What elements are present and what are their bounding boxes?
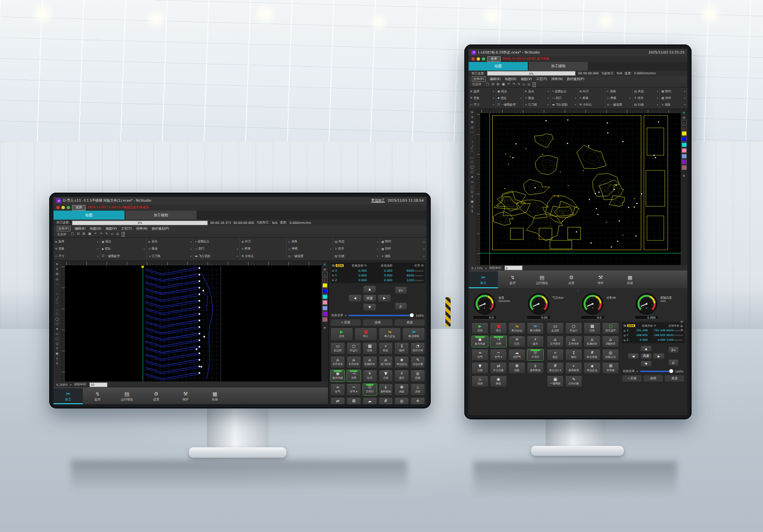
bottom-tab-active[interactable]: ✂加工 — [469, 271, 498, 288]
panel-button[interactable]: ≫断点继续 — [402, 328, 425, 341]
panel-button[interactable]: ≈吹气 — [330, 383, 345, 396]
bottom-tab-item[interactable]: ⚙设置 — [142, 388, 171, 404]
panel-button[interactable]: ▼点射 — [471, 362, 488, 374]
backward-button[interactable]: « 后退 — [330, 319, 361, 326]
x-icon[interactable]: ✗ — [322, 277, 328, 282]
ribbon-button[interactable]: ∟倒角 — [288, 239, 332, 244]
layers2-icon[interactable]: ▤ — [682, 115, 686, 119]
panel-button[interactable]: ~空气 ▾ — [490, 349, 507, 361]
draw-tool-button[interactable]: ➤ — [56, 262, 59, 266]
tab-assist[interactable]: 加工辅助 — [529, 62, 588, 71]
panel-button[interactable]: ⇆断点定位 — [379, 328, 401, 341]
ribbon-button[interactable]: ×清除▾ — [661, 103, 685, 107]
quick-tool-icon[interactable]: ✎ — [518, 82, 521, 87]
ribbon-button[interactable]: ☑一键预处理 — [497, 103, 522, 107]
ribbon-button[interactable]: ▣组合 — [102, 239, 145, 244]
jog-rapid-button[interactable]: 高速 — [640, 353, 652, 359]
panel-button[interactable]: ⌂机械回零 — [363, 356, 377, 368]
layer-color-swatch[interactable] — [322, 283, 328, 288]
yellow-dot-icon[interactable] — [477, 57, 480, 61]
panel-button[interactable]: ⊠安全锁 — [602, 362, 619, 374]
jog-rapid-button[interactable]: 高速 — [363, 294, 376, 302]
ribbon-button[interactable]: ○停顿▾ — [607, 96, 631, 100]
ribbon-button[interactable]: ◆优化▾ — [102, 247, 145, 251]
quick-tool-icon[interactable]: ▣ — [88, 232, 91, 237]
bottom-tab-item[interactable]: ⚒维护 — [586, 271, 615, 288]
bottom-tab-item[interactable]: ▤运行报告 — [527, 271, 557, 288]
layer-color-swatch[interactable] — [322, 294, 328, 299]
menu-item[interactable]: 视图(V) — [106, 226, 117, 231]
layer-color-swatch[interactable] — [682, 137, 687, 142]
menu-item[interactable]: 绘图(D) — [90, 226, 101, 231]
draw-tool-button[interactable]: ▭ — [470, 179, 473, 184]
layer-color-swatch[interactable] — [682, 165, 687, 170]
ribbon-button[interactable]: ✛变换▾ — [55, 247, 98, 251]
draw-tool-button[interactable]: ▣ — [470, 199, 473, 204]
green-dot-icon[interactable] — [67, 206, 70, 209]
ribbon-button[interactable]: ▨扫描▾ — [335, 254, 378, 258]
panel-button[interactable]: ☸风机 — [508, 362, 525, 374]
z-plus-button[interactable]: Z+ — [668, 346, 679, 353]
ribbon-button[interactable]: ▨扫描▾ — [634, 103, 658, 107]
z-minus-button[interactable]: Z- — [395, 302, 407, 310]
bottom-tab-item[interactable]: ↯监控 — [498, 271, 527, 288]
quick-tool-icon[interactable]: □ — [71, 232, 74, 237]
ribbon-button[interactable]: ◎一键设置 — [288, 254, 332, 258]
panel-button[interactable]: ☁最净气 — [363, 397, 377, 404]
ribbon-button[interactable]: ∟倒角 — [607, 89, 631, 94]
draw-tool-button[interactable]: ╱ — [471, 145, 473, 150]
ribbon-button[interactable]: ⊂微连▾ — [525, 96, 549, 100]
quick-tool-icon[interactable]: ◎ — [527, 82, 530, 87]
draw-tool-button[interactable]: ⬡ — [471, 169, 474, 174]
fullscreen-button[interactable]: 全屏 — [72, 205, 86, 211]
draw-tool-button[interactable]: ◠ — [471, 150, 474, 154]
draw-tool-button[interactable]: ➤ — [471, 110, 474, 115]
ribbon-button[interactable]: ➤选择▾ — [55, 239, 98, 244]
panel-button[interactable]: ▣一键截图 — [547, 375, 564, 387]
panel-expander-icon[interactable]: » — [324, 326, 326, 330]
ribbon-button[interactable]: ▭割口▾ — [552, 96, 576, 100]
ribbon-button[interactable]: ○停顿▾ — [288, 247, 332, 251]
panel-button[interactable]: ↧随动 — [565, 349, 582, 361]
ribbon-button[interactable]: ▭割口▾ — [195, 247, 239, 251]
panel-button[interactable]: ♨润滑 — [471, 375, 488, 387]
draw-tool-button[interactable]: ◻ — [56, 341, 59, 346]
menu-item[interactable]: 排样(N) — [551, 77, 563, 81]
panel-button[interactable]: ⇓废料吸附 — [527, 362, 544, 374]
ribbon-button[interactable]: ⊳反向▾ — [525, 89, 549, 94]
quick-tool-icon[interactable]: ⊟ — [77, 232, 80, 237]
draw-tool-button[interactable]: ↕ — [56, 361, 59, 366]
bottom-tab-active[interactable]: ✂加工 — [53, 388, 83, 404]
layer-color-swatch[interactable] — [682, 131, 687, 136]
menu-item[interactable]: 文件(F) — [472, 76, 486, 82]
z-minus-button[interactable]: Z- — [668, 359, 679, 366]
panel-button[interactable]: ⌂工件首零 — [547, 336, 564, 347]
ribbon-button[interactable]: ▬飞行切割▾ — [195, 254, 239, 258]
panel-button[interactable]: ▭走边框 — [330, 342, 345, 355]
quick-tool-icon[interactable]: ✎ — [106, 232, 108, 237]
panel-button[interactable]: ▦仿真 — [584, 322, 601, 334]
panel-button[interactable]: ⊣光闸 — [346, 370, 361, 382]
jog-up-button[interactable]: ▲ — [363, 285, 376, 293]
draw-tool-button[interactable]: ◡ — [471, 155, 474, 160]
sim-rate-knob[interactable] — [410, 313, 414, 317]
panel-button[interactable]: ☉工作灯 — [527, 349, 544, 361]
check-icon[interactable]: ✓ — [322, 272, 328, 276]
ribbon-button[interactable]: ▭尺寸▾ — [470, 103, 494, 107]
panel-button[interactable]: ○空运行 — [565, 322, 582, 334]
panel-button[interactable]: ✎点位示教 — [410, 356, 425, 368]
panel-button[interactable]: ⌖标定 — [379, 342, 393, 355]
panel-button[interactable]: ■停止 — [355, 328, 377, 341]
mode-link[interactable]: 灵活加工 — [371, 198, 385, 203]
menu-item[interactable]: 视图(V) — [521, 77, 532, 81]
draw-tool-button[interactable]: ▢ — [470, 185, 473, 189]
ribbon-button[interactable]: ◎一键设置 — [607, 103, 631, 107]
bottom-tab-item[interactable]: ▦高级 — [200, 388, 230, 404]
draw-tool-button[interactable]: ↕ — [471, 209, 474, 214]
quick-tool-icon[interactable]: ⊟ — [491, 82, 494, 87]
panel-button[interactable]: ◎回标记点 — [394, 397, 409, 404]
draw-tool-button[interactable]: ◻ — [471, 189, 474, 194]
ribbon-button[interactable]: ❄冷却点 — [579, 103, 603, 107]
bottom-tab-item[interactable]: ▦高级 — [615, 271, 645, 288]
panel-button[interactable]: ◎回标记点 — [602, 349, 619, 361]
